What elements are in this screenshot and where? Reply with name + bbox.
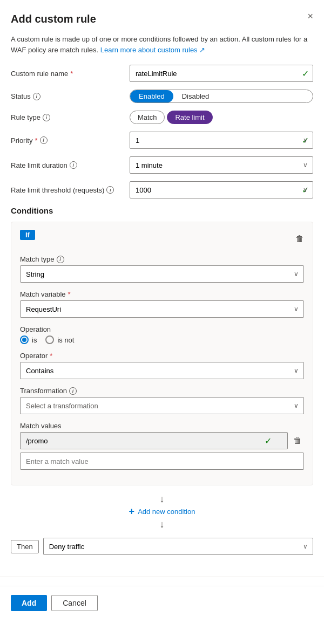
- match-type-info-icon[interactable]: i: [57, 256, 64, 263]
- priority-info-icon[interactable]: i: [40, 136, 48, 144]
- status-toggle-group: Enabled Disabled: [130, 90, 313, 103]
- plus-icon: +: [129, 506, 135, 517]
- match-type-wrapper: String: [20, 265, 304, 283]
- required-operator: *: [50, 352, 52, 360]
- match-variable-field: Match variable * RequestUri: [20, 290, 304, 318]
- condition-box: If 🗑 Match type i String Match variable …: [11, 222, 313, 485]
- cancel-button[interactable]: Cancel: [51, 595, 98, 611]
- status-row: Status i Enabled Disabled: [11, 90, 313, 103]
- rate-limit-duration-select[interactable]: 1 minute: [130, 156, 313, 174]
- match-value-1-input[interactable]: [20, 432, 288, 449]
- custom-rule-name-input[interactable]: [130, 65, 313, 82]
- rule-type-group: Match Rate limit: [130, 111, 313, 124]
- operation-label: Operation: [20, 325, 304, 333]
- add-condition-row: ↓ + Add new condition ↓: [11, 494, 313, 529]
- transformation-info-icon[interactable]: i: [69, 387, 77, 395]
- status-enabled-button[interactable]: Enabled: [130, 90, 173, 102]
- operation-is-option[interactable]: is: [20, 335, 37, 344]
- operator-select[interactable]: Contains: [20, 362, 304, 379]
- radio-is-not-circle: [45, 335, 54, 344]
- footer: Add Cancel: [0, 586, 324, 620]
- delete-match-value-icon[interactable]: 🗑: [291, 434, 304, 448]
- operation-is-not-label: is not: [57, 336, 74, 344]
- valid-check-icon: ✓: [302, 68, 309, 79]
- rate-limit-threshold-row: Rate limit threshold (requests) i 1000 ✓: [11, 181, 313, 198]
- status-info-icon[interactable]: i: [33, 93, 40, 100]
- if-badge: If: [20, 230, 35, 240]
- rate-limit-duration-label: Rate limit duration i: [11, 161, 130, 169]
- radio-is-circle: [20, 335, 29, 344]
- custom-rule-name-label: Custom rule name *: [11, 70, 130, 78]
- match-value-1-wrapper: ✓: [20, 432, 288, 449]
- operation-is-label: is: [32, 336, 37, 344]
- custom-rule-name-field: ✓: [130, 65, 313, 82]
- transformation-field: Transformation i Select a transformation: [20, 387, 304, 414]
- operation-is-not-option[interactable]: is not: [45, 335, 74, 344]
- required-indicator-priority: *: [35, 136, 37, 145]
- rule-type-info-icon[interactable]: i: [43, 114, 50, 121]
- rule-type-label: Rule type i: [11, 113, 130, 121]
- action-wrapper: Deny traffic: [43, 538, 313, 555]
- description-text: A custom rule is made up of one or more …: [11, 34, 313, 55]
- rule-type-match-button[interactable]: Match: [130, 111, 165, 124]
- match-variable-select[interactable]: RequestUri: [20, 300, 304, 318]
- add-condition-label: Add new condition: [138, 508, 195, 516]
- match-type-select[interactable]: String: [20, 265, 304, 283]
- match-value-row-1: ✓ 🗑: [20, 432, 304, 449]
- match-variable-label: Match variable *: [20, 290, 304, 298]
- operation-radio-group: is is not: [20, 335, 304, 344]
- action-select[interactable]: Deny traffic: [43, 538, 313, 555]
- then-row: Then Deny traffic: [11, 538, 313, 555]
- rate-limit-threshold-label: Rate limit threshold (requests) i: [11, 186, 130, 194]
- operator-field: Operator * Contains: [20, 352, 304, 379]
- match-value-row-2: [20, 453, 304, 470]
- transformation-wrapper: Select a transformation: [20, 397, 304, 414]
- threshold-info-icon[interactable]: i: [106, 186, 114, 194]
- add-button[interactable]: Add: [11, 595, 47, 611]
- operator-wrapper: Contains: [20, 362, 304, 379]
- custom-rule-name-row: Custom rule name * ✓: [11, 65, 313, 82]
- status-disabled-button[interactable]: Disabled: [173, 90, 218, 102]
- priority-field: 1 ✓: [130, 132, 313, 149]
- operator-label: Operator *: [20, 352, 304, 360]
- priority-row: Priority * i 1 ✓: [11, 132, 313, 149]
- rule-type-row: Rule type i Match Rate limit: [11, 111, 313, 124]
- arrow-down-icon-2: ↓: [160, 519, 165, 529]
- match-variable-wrapper: RequestUri: [20, 300, 304, 318]
- required-indicator: *: [70, 70, 73, 78]
- arrow-down-icon: ↓: [160, 494, 165, 504]
- rule-type-rate-limit-button[interactable]: Rate limit: [167, 111, 212, 124]
- rate-limit-duration-row: Rate limit duration i 1 minute: [11, 156, 313, 174]
- add-condition-button[interactable]: + Add new condition: [129, 504, 195, 519]
- status-label: Status i: [11, 92, 130, 100]
- learn-more-link[interactable]: Learn more about custom rules ↗: [100, 46, 206, 54]
- rate-limit-threshold-select[interactable]: 1000: [130, 181, 313, 198]
- match-value-new-input[interactable]: [20, 453, 304, 470]
- panel-title: Add custom rule: [11, 13, 313, 25]
- priority-select[interactable]: 1: [130, 132, 313, 149]
- transformation-label: Transformation i: [20, 387, 304, 395]
- transformation-select[interactable]: Select a transformation: [20, 397, 304, 414]
- required-match-variable: *: [68, 290, 71, 298]
- operation-field: Operation is is not: [20, 325, 304, 344]
- match-type-field: Match type i String: [20, 255, 304, 283]
- then-badge: Then: [11, 540, 39, 553]
- delete-condition-icon[interactable]: 🗑: [295, 234, 304, 244]
- conditions-section-title: Conditions: [11, 206, 313, 215]
- match-values-label: Match values: [20, 422, 304, 430]
- priority-label: Priority * i: [11, 136, 130, 145]
- match-type-label: Match type i: [20, 255, 304, 263]
- match-value-check-icon: ✓: [265, 436, 272, 446]
- close-button[interactable]: ×: [307, 11, 313, 22]
- rate-limit-threshold-field: 1000 ✓: [130, 181, 313, 198]
- match-values-field: Match values ✓ 🗑: [20, 422, 304, 470]
- duration-info-icon[interactable]: i: [70, 161, 77, 169]
- rate-limit-duration-field: 1 minute: [130, 156, 313, 174]
